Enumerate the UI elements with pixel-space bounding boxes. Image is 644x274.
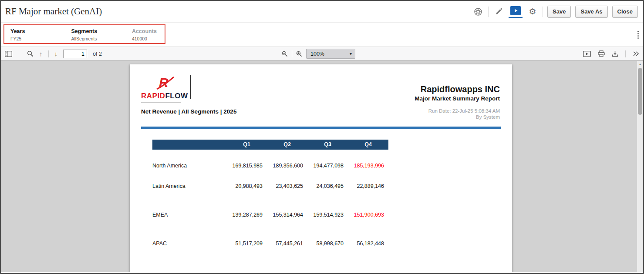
empty-header-cell	[152, 140, 226, 150]
pdf-toolbar-center: 100% ▾	[282, 47, 355, 60]
table-header-row: Q1 Q2 Q3 Q4	[152, 140, 388, 150]
rapidflow-r-emblem-icon: R	[155, 75, 175, 90]
run-play-icon[interactable]	[510, 6, 521, 15]
report-page: R RAPIDFLOW Net Revenue | All Segments |…	[130, 64, 512, 272]
zoom-level-value: 100%	[310, 51, 324, 57]
column-header-q2: Q2	[267, 140, 307, 150]
header-divider	[488, 7, 489, 17]
save-as-button[interactable]: Save As	[575, 6, 607, 18]
scroll-up-arrow-icon[interactable]: ▲	[637, 61, 643, 67]
print-icon[interactable]	[598, 50, 605, 57]
table-cell: 23,403,625	[267, 169, 307, 189]
header-actions: ⚙ Save Save As Close	[472, 5, 638, 18]
save-button[interactable]: Save	[547, 6, 571, 18]
pov-dimension-segments[interactable]: Segments AllSegments	[65, 27, 125, 41]
search-icon[interactable]	[27, 50, 34, 57]
settings-gear-icon[interactable]: ⚙	[527, 5, 538, 18]
table-cell: 20,988,493	[226, 169, 267, 189]
report-title: Major Market Summary Report	[415, 95, 500, 102]
gear-glyph: ⚙	[529, 7, 536, 16]
pov-dimension-accounts[interactable]: Accounts 410000	[126, 27, 165, 41]
logo-divider-line	[190, 75, 191, 99]
row-label: APAC	[152, 218, 226, 247]
presentation-mode-icon[interactable]	[583, 51, 591, 57]
pov-value[interactable]: FY25	[10, 36, 59, 41]
logo-tagline-line	[141, 102, 181, 103]
run-by: By System	[415, 114, 500, 120]
table-cell-negative: 185,193,996	[348, 150, 388, 169]
header-divider	[543, 7, 543, 17]
download-icon[interactable]	[612, 50, 618, 57]
table-cell: 159,514,923	[307, 189, 348, 218]
table-cell: 22,889,146	[348, 169, 388, 189]
pov-dimension-years[interactable]: Years FY25	[4, 27, 65, 41]
row-label: EMEA	[152, 189, 226, 218]
table-cell: 155,314,964	[267, 189, 307, 218]
pov-selection-box: Years FY25 Segments AllSegments Accounts…	[3, 24, 165, 44]
table-cell: 51,517,209	[226, 218, 267, 247]
zoom-level-select[interactable]: 100% ▾	[306, 49, 355, 59]
column-header-q4: Q4	[348, 140, 388, 150]
toolbar-divider	[625, 50, 626, 57]
pdf-toolbar-right	[583, 47, 639, 60]
page-count-label: of 2	[93, 51, 102, 57]
more-tools-icon[interactable]	[633, 51, 639, 57]
pov-bar: Years FY25 Segments AllSegments Accounts…	[1, 23, 643, 47]
table-cell: 189,356,600	[267, 150, 307, 169]
company-name: Rapidflowapps INC	[415, 84, 500, 94]
column-header-q1: Q1	[226, 140, 267, 150]
next-page-icon[interactable]: ↓	[54, 50, 58, 57]
table-cell: 58,998,670	[307, 218, 348, 247]
chevron-down-icon: ▾	[350, 51, 352, 56]
run-report-tab-active[interactable]	[509, 5, 523, 18]
zoom-out-icon[interactable]	[282, 51, 288, 57]
report-page-content: R RAPIDFLOW Net Revenue | All Segments |…	[130, 64, 512, 272]
zoom-in-icon[interactable]	[296, 51, 302, 57]
table-cell: 56,182,448	[348, 218, 388, 247]
column-header-q3: Q3	[307, 140, 348, 150]
previous-page-icon[interactable]: ↑	[39, 50, 43, 57]
page-number-input[interactable]	[63, 50, 87, 58]
table-cell: 194,477,098	[307, 150, 348, 169]
table-cell: 139,287,269	[226, 189, 267, 218]
company-logo: R RAPIDFLOW	[141, 75, 194, 103]
header-accent-rule	[141, 127, 501, 129]
edit-pencil-icon[interactable]	[493, 5, 504, 18]
pov-options-kebab-icon[interactable]	[637, 30, 639, 39]
top-header-bar: RF Major market (GenAI)	[1, 1, 643, 23]
table-cell: 169,815,985	[226, 150, 267, 169]
logo-wordmark: RAPIDFLOW	[141, 92, 194, 100]
table-cell: 24,036,495	[307, 169, 348, 189]
report-table: Q1 Q2 Q3 Q4 North America 169,815,985 18…	[152, 140, 388, 247]
pdf-viewer-area: R RAPIDFLOW Net Revenue | All Segments |…	[1, 61, 643, 272]
pdf-toolbar-left: ↑ ↓ of 2	[1, 50, 102, 58]
pov-value[interactable]: AllSegments	[71, 36, 119, 41]
pov-label: Years	[10, 28, 59, 34]
report-header-block: Rapidflowapps INC Major Market Summary R…	[415, 84, 500, 120]
table-row: North America 169,815,985 189,356,600 19…	[152, 150, 388, 169]
run-date: Run Date: 22-Jul-25 5:08:34 AM	[415, 108, 500, 114]
toolbar-divider	[48, 50, 49, 57]
logo-flow-text: FLOW	[165, 92, 188, 100]
sidebar-toggle-icon[interactable]	[5, 51, 12, 57]
scrollbar-thumb[interactable]	[638, 68, 642, 115]
vertical-scrollbar[interactable]: ▲	[637, 61, 643, 272]
row-label: Latin America	[152, 169, 226, 189]
app-window: RF Major market (GenAI)	[0, 0, 644, 274]
pdf-toolbar: ↑ ↓ of 2	[1, 47, 643, 61]
table-cell-negative: 151,900,693	[348, 189, 388, 218]
close-button[interactable]: Close	[612, 6, 638, 18]
pov-label: Accounts	[132, 28, 158, 34]
pov-wheel-icon[interactable]	[472, 5, 484, 18]
table-row: EMEA 139,287,269 155,314,964 159,514,923…	[152, 189, 388, 218]
page-title: RF Major market (GenAI)	[5, 6, 102, 17]
logo-rapid-text: RAPID	[141, 92, 165, 100]
toolbar-divider	[292, 50, 292, 57]
table-row: Latin America 20,988,493 23,403,625 24,0…	[152, 169, 388, 189]
pov-value[interactable]: 410000	[132, 36, 158, 41]
table-row: APAC 51,517,209 57,445,261 58,998,670 56…	[152, 218, 388, 247]
pov-label: Segments	[71, 28, 119, 34]
row-label: North America	[152, 150, 226, 169]
table-cell: 57,445,261	[267, 218, 307, 247]
